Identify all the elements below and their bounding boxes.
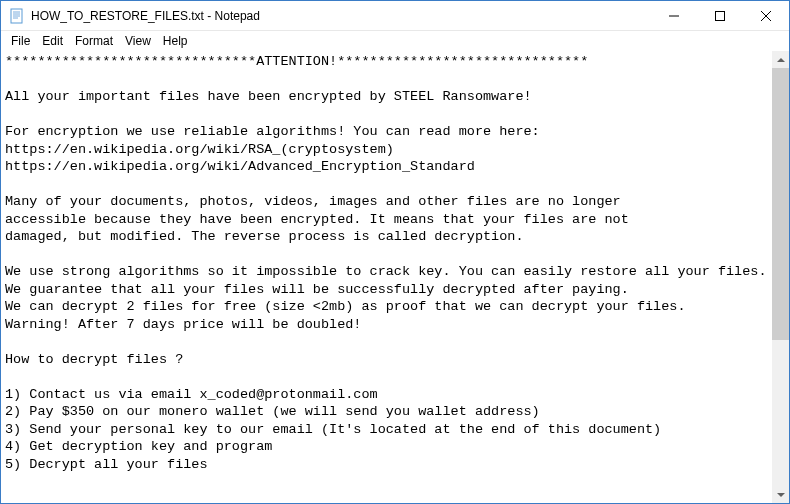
minimize-button[interactable] [651, 1, 697, 30]
menu-help[interactable]: Help [157, 33, 194, 49]
close-button[interactable] [743, 1, 789, 30]
text-line: *******************************ATTENTION… [5, 54, 588, 69]
menu-format[interactable]: Format [69, 33, 119, 49]
text-line: We guarantee that all your files will be… [5, 282, 629, 297]
menu-bar: File Edit Format View Help [1, 31, 789, 51]
svg-rect-6 [716, 11, 725, 20]
menu-file[interactable]: File [5, 33, 36, 49]
text-line: 2) Pay $350 on our monero wallet (we wil… [5, 404, 540, 419]
scroll-down-arrow[interactable] [772, 486, 789, 503]
scroll-thumb[interactable] [772, 68, 789, 340]
text-line: https://en.wikipedia.org/wiki/RSA_(crypt… [5, 142, 394, 157]
svg-marker-9 [777, 58, 785, 62]
text-line: Warning! After 7 days price will be doub… [5, 317, 361, 332]
vertical-scrollbar[interactable] [772, 51, 789, 503]
scroll-track[interactable] [772, 68, 789, 486]
text-line: https://en.wikipedia.org/wiki/Advanced_E… [5, 159, 475, 174]
text-line: We can decrypt 2 files for free (size <2… [5, 299, 686, 314]
window-title: HOW_TO_RESTORE_FILES.txt - Notepad [31, 9, 651, 23]
text-editor[interactable]: *******************************ATTENTION… [1, 51, 772, 503]
text-line: We use strong algorithms so it impossibl… [5, 264, 767, 279]
notepad-icon [9, 8, 25, 24]
title-bar: HOW_TO_RESTORE_FILES.txt - Notepad [1, 1, 789, 31]
text-line: accessible because they have been encryp… [5, 212, 629, 227]
menu-view[interactable]: View [119, 33, 157, 49]
menu-edit[interactable]: Edit [36, 33, 69, 49]
maximize-button[interactable] [697, 1, 743, 30]
text-line: 5) Decrypt all your files [5, 457, 208, 472]
content-area: *******************************ATTENTION… [1, 51, 789, 503]
text-line: All your important files have been encry… [5, 89, 532, 104]
text-line: Many of your documents, photos, videos, … [5, 194, 621, 209]
text-line: 1) Contact us via email x_coded@protonma… [5, 387, 378, 402]
text-line: How to decrypt files ? [5, 352, 183, 367]
text-line: For encryption we use reliable algorithm… [5, 124, 540, 139]
text-line: 4) Get decryption key and program [5, 439, 272, 454]
notepad-window: HOW_TO_RESTORE_FILES.txt - Notepad File … [0, 0, 790, 504]
window-controls [651, 1, 789, 30]
scroll-up-arrow[interactable] [772, 51, 789, 68]
svg-marker-10 [777, 493, 785, 497]
text-line: damaged, but modified. The reverse proce… [5, 229, 523, 244]
text-line: 3) Send your personal key to our email (… [5, 422, 661, 437]
